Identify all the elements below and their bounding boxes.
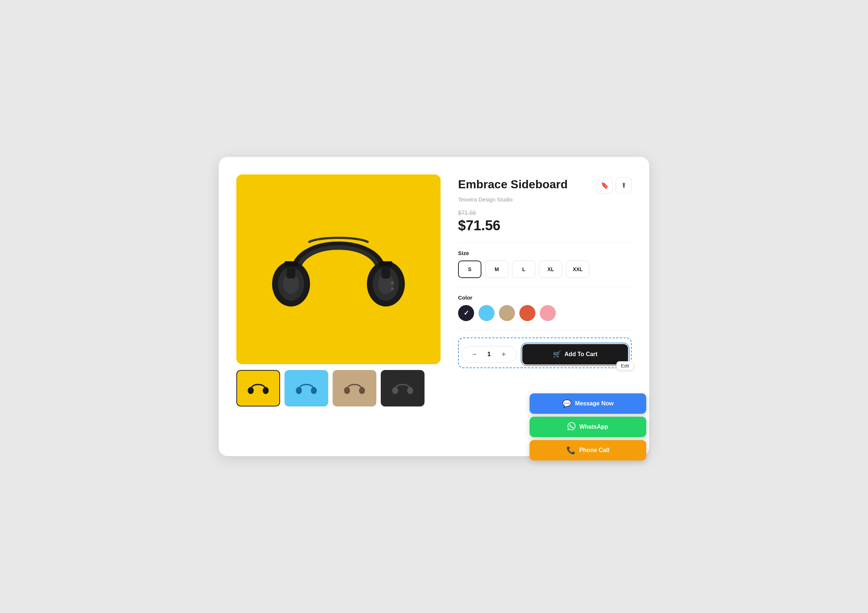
- left-panel: [236, 174, 440, 439]
- size-btn-xxl[interactable]: XXL: [566, 261, 589, 278]
- qty-value: 1: [485, 351, 493, 358]
- header-actions: 🔖 ⬆: [597, 177, 632, 193]
- thumbnail-2[interactable]: [284, 370, 328, 407]
- color-coral[interactable]: [519, 305, 535, 321]
- thumbnail-row: [236, 370, 440, 407]
- phone-call-button[interactable]: 📞 Phone Call: [530, 440, 646, 461]
- phone-call-label: Phone Call: [579, 447, 609, 453]
- svg-point-18: [392, 387, 398, 394]
- whatsapp-icon: [567, 422, 575, 432]
- size-btn-l[interactable]: L: [512, 261, 535, 278]
- headphones-svg: [262, 200, 415, 338]
- size-options: S M L XL XXL: [458, 261, 632, 278]
- svg-point-11: [391, 287, 394, 290]
- message-now-button[interactable]: 💬 Message Now: [530, 393, 646, 414]
- color-dark[interactable]: [458, 305, 474, 321]
- phone-icon: 📞: [566, 446, 575, 455]
- share-button[interactable]: ⬆: [615, 177, 632, 193]
- quantity-control: − 1 +: [462, 346, 516, 363]
- thumbnail-3[interactable]: [333, 370, 377, 407]
- svg-point-17: [359, 387, 365, 394]
- floating-actions: 💬 Message Now WhatsApp 📞 Phone Call: [530, 393, 646, 461]
- price-original: $71.56: [458, 210, 632, 216]
- add-to-cart-label: Add To Cart: [564, 351, 597, 358]
- color-pink[interactable]: [540, 305, 556, 321]
- whatsapp-button[interactable]: WhatsApp: [530, 417, 646, 437]
- product-title: Embrace Sideboard: [458, 177, 568, 191]
- size-btn-xl[interactable]: XL: [539, 261, 563, 278]
- cart-selection-box: − 1 + 🛒 Add To Cart Edit: [458, 338, 632, 368]
- add-to-cart-button[interactable]: 🛒 Add To Cart: [522, 344, 628, 365]
- svg-point-12: [248, 387, 253, 394]
- svg-point-15: [311, 387, 316, 394]
- divider-2: [458, 287, 632, 287]
- svg-point-13: [263, 387, 268, 394]
- share-icon: ⬆: [621, 182, 626, 189]
- svg-point-10: [391, 282, 394, 285]
- price-current: $71.56: [458, 218, 632, 234]
- svg-point-14: [296, 387, 302, 394]
- color-options: [458, 305, 632, 321]
- message-now-label: Message Now: [575, 400, 614, 407]
- main-product-image: [236, 174, 440, 364]
- svg-rect-8: [284, 261, 298, 266]
- size-label: Size: [458, 250, 632, 256]
- add-to-cart-row: − 1 + 🛒 Add To Cart: [462, 344, 628, 365]
- cart-icon: 🛒: [553, 350, 561, 358]
- thumbnail-1[interactable]: [236, 370, 280, 407]
- arrow-indicator: [622, 355, 628, 360]
- divider-1: [458, 242, 632, 243]
- qty-decrease-button[interactable]: −: [470, 349, 480, 359]
- svg-rect-3: [287, 267, 295, 278]
- svg-rect-9: [379, 261, 392, 266]
- divider-3: [458, 330, 632, 330]
- message-icon: 💬: [563, 399, 572, 408]
- right-panel: Embrace Sideboard 🔖 ⬆ Teixeira Design St…: [458, 174, 632, 439]
- color-tan[interactable]: [499, 305, 515, 321]
- qty-increase-button[interactable]: +: [499, 349, 509, 359]
- size-btn-m[interactable]: M: [485, 261, 508, 278]
- bookmark-button[interactable]: 🔖: [597, 177, 613, 193]
- color-blue[interactable]: [479, 305, 494, 321]
- whatsapp-label: WhatsApp: [579, 424, 608, 430]
- product-card: Embrace Sideboard 🔖 ⬆ Teixeira Design St…: [219, 157, 649, 456]
- svg-rect-7: [381, 267, 390, 278]
- svg-point-19: [407, 387, 413, 394]
- color-label: Color: [458, 295, 632, 301]
- bookmark-icon: 🔖: [601, 182, 609, 189]
- thumbnail-4[interactable]: [381, 370, 425, 407]
- brand-name: Teixeira Design Studio: [458, 196, 632, 203]
- product-header: Embrace Sideboard 🔖 ⬆: [458, 177, 632, 193]
- size-btn-s[interactable]: S: [458, 261, 481, 278]
- edit-button[interactable]: Edit: [616, 361, 634, 370]
- svg-point-16: [344, 387, 350, 394]
